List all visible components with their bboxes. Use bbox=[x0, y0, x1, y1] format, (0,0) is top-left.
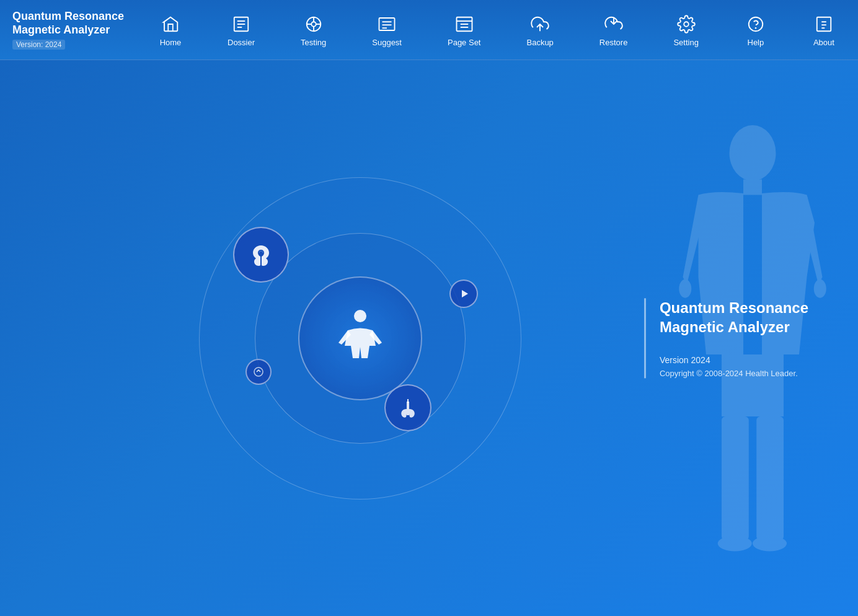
svg-rect-23 bbox=[817, 17, 831, 31]
brand: Quantum ResonanceMagnetic Analyzer Versi… bbox=[0, 10, 136, 49]
svg-rect-28 bbox=[743, 180, 762, 195]
nav-suggest-label: Suggest bbox=[372, 38, 402, 47]
lungs-circle[interactable] bbox=[384, 384, 431, 431]
nav-backup[interactable]: Backup bbox=[519, 0, 560, 59]
center-circle bbox=[298, 276, 422, 400]
nav-home-label: Home bbox=[160, 38, 182, 47]
right-small-circle[interactable] bbox=[449, 279, 478, 308]
nav-dossier[interactable]: Dossier bbox=[220, 0, 262, 59]
human-figure-icon bbox=[335, 309, 385, 367]
nav-pageset-label: Page Set bbox=[448, 38, 481, 47]
suggest-icon bbox=[376, 13, 398, 35]
nav-help-label: Help bbox=[748, 38, 764, 47]
nav-pageset[interactable]: Page Set bbox=[440, 0, 489, 59]
nav: Home Dossier Testing Suggest bbox=[136, 0, 858, 59]
svg-rect-32 bbox=[756, 416, 784, 540]
svg-point-5 bbox=[311, 22, 316, 27]
header: Quantum ResonanceMagnetic Analyzer Versi… bbox=[0, 0, 858, 60]
info-divider bbox=[644, 298, 646, 378]
brain-icon bbox=[245, 239, 276, 270]
setting-icon bbox=[675, 13, 697, 35]
info-version: Version 2024 bbox=[660, 355, 808, 365]
dossier-icon bbox=[230, 13, 252, 35]
nav-help[interactable]: Help bbox=[737, 0, 774, 59]
left-small-circle[interactable] bbox=[245, 359, 272, 385]
nav-dossier-label: Dossier bbox=[228, 38, 255, 47]
main-content: Quantum ResonanceMagnetic Analyzer Versi… bbox=[0, 60, 858, 616]
svg-point-29 bbox=[679, 279, 691, 298]
nav-testing-label: Testing bbox=[301, 38, 326, 47]
svg-point-21 bbox=[749, 17, 763, 31]
svg-point-27 bbox=[730, 125, 776, 181]
nav-restore-label: Restore bbox=[599, 38, 628, 47]
info-title: Quantum ResonanceMagnetic Analyzer bbox=[660, 298, 808, 337]
backup-icon bbox=[529, 13, 551, 35]
nav-setting[interactable]: Setting bbox=[666, 0, 705, 59]
info-copyright: Copyright © 2008-2024 Health Leader. bbox=[660, 369, 808, 378]
svg-point-33 bbox=[718, 536, 752, 552]
nav-home[interactable]: Home bbox=[152, 0, 189, 59]
restore-icon bbox=[603, 13, 625, 35]
nav-about[interactable]: About bbox=[805, 0, 843, 59]
viz-container bbox=[199, 177, 521, 499]
svg-point-20 bbox=[684, 22, 689, 27]
pageset-icon bbox=[453, 13, 475, 35]
svg-point-34 bbox=[753, 536, 787, 552]
home-icon bbox=[159, 13, 182, 35]
svg-point-41 bbox=[354, 310, 366, 322]
help-icon bbox=[745, 13, 767, 35]
nav-about-label: About bbox=[813, 38, 834, 47]
info-panel: Quantum ResonanceMagnetic Analyzer Versi… bbox=[660, 298, 808, 378]
nav-setting-label: Setting bbox=[673, 38, 698, 47]
svg-point-43 bbox=[254, 367, 263, 376]
svg-point-30 bbox=[814, 279, 826, 298]
lungs-icon bbox=[394, 394, 422, 421]
arrow-icon bbox=[253, 366, 264, 377]
brain-circle[interactable] bbox=[233, 227, 289, 283]
brand-version: Version: 2024 bbox=[12, 40, 65, 50]
nav-backup-label: Backup bbox=[526, 38, 553, 47]
nav-restore[interactable]: Restore bbox=[592, 0, 635, 59]
play-icon bbox=[457, 287, 471, 301]
about-icon bbox=[813, 13, 835, 35]
svg-rect-31 bbox=[722, 416, 749, 540]
nav-suggest[interactable]: Suggest bbox=[365, 0, 409, 59]
svg-marker-42 bbox=[462, 290, 468, 297]
testing-icon bbox=[303, 13, 325, 35]
brand-title: Quantum ResonanceMagnetic Analyzer bbox=[12, 10, 136, 37]
nav-testing[interactable]: Testing bbox=[293, 0, 334, 59]
